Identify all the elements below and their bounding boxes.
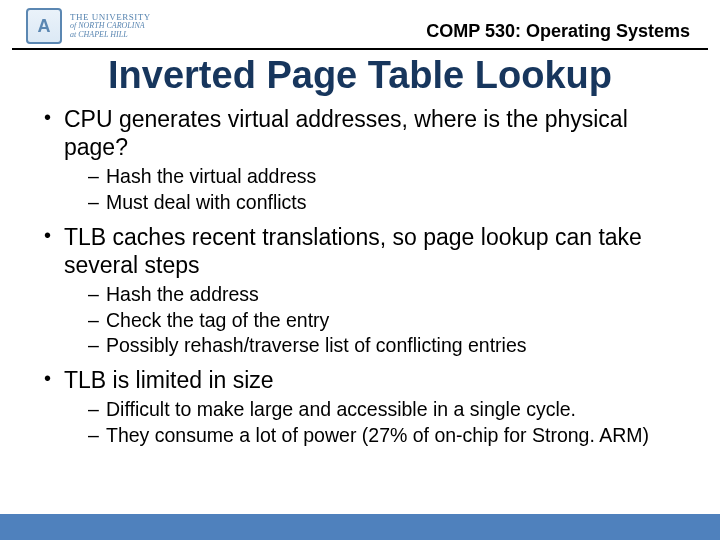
sub-item: Hash the address (88, 283, 692, 307)
logo-text: THE UNIVERSITY of NORTH CAROLINA at CHAP… (70, 13, 151, 39)
sub-item: Hash the virtual address (88, 165, 692, 189)
bullet-list: CPU generates virtual addresses, where i… (44, 105, 692, 448)
sub-list: Hash the address Check the tag of the en… (88, 283, 692, 358)
slide-content: CPU generates virtual addresses, where i… (0, 105, 720, 448)
university-logo: A THE UNIVERSITY of NORTH CAROLINA at CH… (26, 8, 151, 44)
course-title: COMP 530: Operating Systems (426, 21, 690, 44)
slide-header: A THE UNIVERSITY of NORTH CAROLINA at CH… (12, 0, 708, 50)
bullet-item: TLB is limited in size Difficult to make… (44, 366, 692, 448)
footer-bar (0, 514, 720, 540)
bullet-item: TLB caches recent translations, so page … (44, 223, 692, 358)
sub-item: Check the tag of the entry (88, 309, 692, 333)
bullet-text: TLB is limited in size (64, 367, 274, 393)
sub-list: Difficult to make large and accessible i… (88, 398, 692, 448)
logo-seal-letter: A (38, 16, 51, 37)
sub-list: Hash the virtual address Must deal with … (88, 165, 692, 215)
logo-line-3: at CHAPEL HILL (70, 31, 151, 39)
bullet-text: CPU generates virtual addresses, where i… (64, 106, 628, 160)
bullet-item: CPU generates virtual addresses, where i… (44, 105, 692, 215)
sub-item: They consume a lot of power (27% of on-c… (88, 424, 692, 448)
sub-item: Difficult to make large and accessible i… (88, 398, 692, 422)
bullet-text: TLB caches recent translations, so page … (64, 224, 642, 278)
slide: A THE UNIVERSITY of NORTH CAROLINA at CH… (0, 0, 720, 540)
sub-item: Possibly rehash/traverse list of conflic… (88, 334, 692, 358)
slide-title: Inverted Page Table Lookup (0, 54, 720, 97)
sub-item: Must deal with conflicts (88, 191, 692, 215)
logo-seal-icon: A (26, 8, 62, 44)
